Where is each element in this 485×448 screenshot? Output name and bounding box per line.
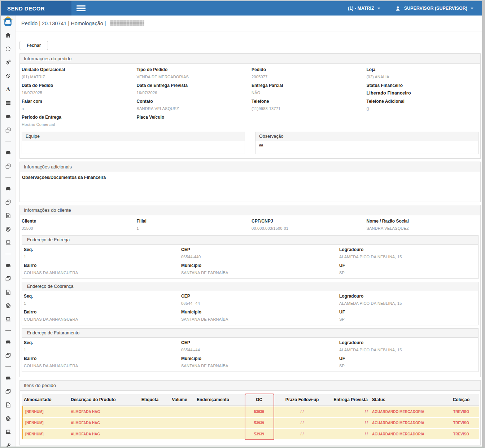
file-icon [5, 402, 11, 408]
field: MunicípioSANTANA DE PARNAÍBA [181, 308, 336, 324]
item-row[interactable]: [NENHUM]ALMOFADA HAG53939/ // /AGUARDAND… [22, 428, 479, 439]
column-header-entrega-prevista: Entrega Prevista [331, 394, 370, 406]
order-fields-grid: Unidade Operacional(01) MATRIZTipo de Pe… [22, 65, 479, 129]
caret-down-icon [471, 8, 473, 9]
field-value: 06544--44 [181, 348, 336, 352]
sidebar-item-copy[interactable] [1, 272, 15, 286]
field-value: (01) MATRIZ [22, 75, 134, 79]
car-icon [5, 149, 11, 155]
item-cell [135, 417, 165, 428]
sidebar-divider [5, 330, 11, 331]
panel-order-items: Itens do pedido AlmoxarifadoDescrição do… [19, 380, 481, 445]
field-label: Bairro [24, 309, 178, 315]
item-cell [165, 406, 195, 417]
field: UFSP [339, 354, 476, 370]
field: Cliente31500 [22, 217, 134, 233]
item-cell: / / [331, 406, 370, 417]
sidebar-item-copy[interactable] [1, 385, 15, 399]
item-cell [165, 428, 195, 439]
panel-additional-info-title: Informações adicionais [20, 162, 480, 172]
sidebar-item-car[interactable] [1, 182, 15, 196]
sidebar-item-wrench[interactable] [1, 439, 15, 447]
car-icon [5, 113, 11, 119]
sidebar-item-cogs[interactable] [1, 56, 15, 69]
sidebar-item-list[interactable] [1, 96, 15, 110]
sidebar-item-laptop[interactable] [1, 425, 15, 439]
sidebar-item-lifering[interactable] [1, 223, 15, 236]
breadcrumb-text: Pedido | 20.130741 | Homologação | [21, 21, 106, 26]
sidebar-item-laptop[interactable] [1, 313, 15, 326]
observacao-box: Observação aa [255, 132, 479, 154]
sidebar-item-font[interactable]: A [1, 83, 15, 96]
sidebar-item-copy[interactable] [1, 196, 15, 209]
sidebar-item-laptop[interactable] [1, 236, 15, 250]
field-label: Entrega Parcial [252, 83, 364, 88]
sidebar-item-file[interactable] [1, 286, 15, 299]
sidebar-item-car[interactable] [1, 110, 15, 123]
field: UFSP [339, 308, 476, 324]
field: Período de EntregaHorário Comercial [22, 113, 134, 129]
app-logo[interactable] [1, 16, 15, 28]
field-label: Município [181, 356, 336, 361]
field-label: UF [339, 263, 476, 268]
sidebar-item-spinner[interactable] [1, 42, 15, 56]
sofa-house-logo-icon [2, 16, 14, 28]
items-table: AlmoxarifadoDescrição do ProdutoEtiqueta… [22, 394, 479, 439]
field-label: CEP [181, 247, 336, 252]
caret-down-icon [377, 8, 380, 9]
sidebar-item-copy[interactable] [1, 123, 15, 137]
item-cell [195, 406, 245, 417]
user-menu[interactable]: SUPERVISOR (SUPERVISOR) [395, 5, 473, 12]
close-button[interactable]: Fechar [19, 41, 48, 50]
field-value: ALAMEDA PICO DA NEBLINA, 15 [339, 301, 476, 306]
item-cell: TREVISO [443, 417, 479, 428]
field-value: COLINAS DA ANHANGUERA [24, 317, 178, 321]
field-value: 16/07/2025 [22, 91, 134, 95]
item-cell: 53939 [245, 406, 273, 417]
field-value: ()- [367, 106, 479, 111]
sidebar-item-file[interactable] [1, 209, 15, 223]
sidebar-item-file[interactable] [1, 398, 15, 412]
field-value: SANTANA DE PARNAÍBA [181, 317, 336, 321]
wrench-icon [5, 443, 11, 447]
file-icon [5, 289, 11, 295]
item-cell: AGUARDANDO MERCADORIA [370, 406, 443, 417]
sidebar-item-lifering[interactable] [1, 412, 15, 426]
panel-order-info-title: Informações do pedido [20, 54, 480, 64]
item-row[interactable]: [NENHUM]ALMOFADA HAG53939/ // /AGUARDAND… [22, 406, 479, 417]
home-icon [5, 32, 11, 38]
app-window: SEND DECOR (1) - MATRIZ SUPERVISOR (SUPE… [0, 0, 485, 448]
sidebar-item-gear[interactable] [1, 69, 15, 83]
field: BairroCOLINAS DA ANHANGUERA [24, 354, 178, 370]
field-label: Município [181, 263, 336, 268]
main-area: Pedido | 20.130741 | Homologação | Fecha… [16, 16, 482, 447]
field-value: 16/07/2026 [137, 91, 249, 95]
field-label: Bairro [24, 263, 178, 268]
column-header-oc: OC [245, 394, 273, 406]
sidebar-item-home[interactable] [1, 28, 15, 42]
sidebar-item-car[interactable] [1, 259, 15, 272]
field: BairroCOLINAS DA ANHANGUERA [24, 308, 178, 324]
sidebar-item-copy[interactable] [1, 159, 15, 173]
redacted-text-block [110, 20, 144, 26]
unit-selector[interactable]: (1) - MATRIZ [348, 6, 380, 11]
item-row[interactable]: [NENHUM]ALMOFADA HAG53939/ // /AGUARDAND… [22, 417, 479, 428]
sidebar-item-lifering[interactable] [1, 299, 15, 313]
item-cell [195, 417, 245, 428]
field-value: 1 [24, 348, 178, 352]
field: Data de Entrega Prevista16/07/2026 [137, 81, 249, 97]
field-value: NÃO [252, 91, 364, 95]
client-fields-grid: Cliente31500Filial1CPF/CNPJ00.000.003/15… [22, 217, 479, 233]
field: CPF/CNPJ00.000.003/1500-01 [252, 217, 364, 233]
sidebar-item-car[interactable] [1, 371, 15, 385]
sidebar-item-car[interactable] [1, 146, 15, 159]
sidebar-item-car[interactable] [1, 335, 15, 349]
lifering-icon [5, 416, 11, 422]
address-panel-title: Endereço de Cobrança [22, 282, 478, 291]
field-value: COLINAS DA ANHANGUERA [24, 364, 178, 368]
column-header-almoxarifado: Almoxarifado [22, 394, 69, 406]
column-header-status: Status [370, 394, 443, 406]
address-panel: Endereço de EntregaSeq.1CEP06544-440Logr… [22, 235, 479, 279]
sidebar-item-copy[interactable] [1, 349, 15, 363]
menu-toggle-button[interactable] [71, 1, 86, 16]
